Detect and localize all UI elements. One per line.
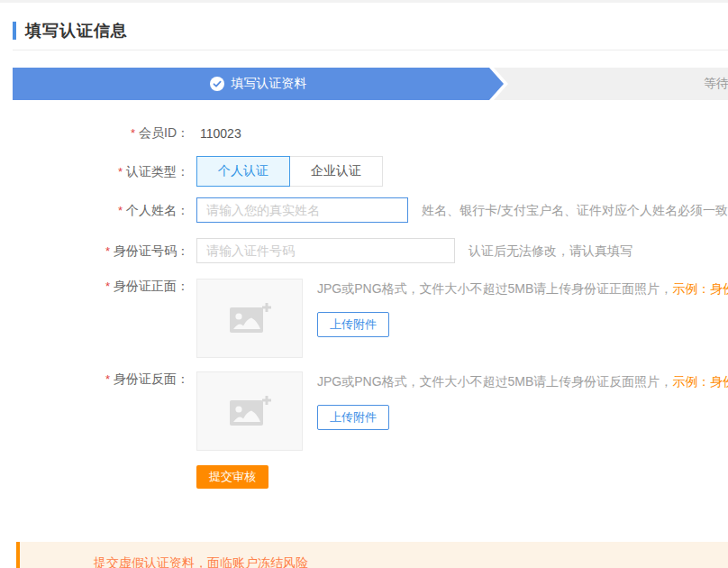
personal-name-input[interactable] (196, 197, 408, 223)
id-number-label: *身份证号码： (13, 238, 189, 264)
auth-type-tabs: 个人认证 企业认证 (196, 156, 383, 187)
form-row-member-id: *会员ID： 110023 (13, 124, 728, 142)
id-front-upload-box[interactable] (196, 279, 303, 358)
member-id-value: 110023 (200, 126, 241, 141)
submit-review-button[interactable]: 提交审核 (196, 465, 268, 489)
image-placeholder-icon (228, 392, 271, 431)
warning-text: 提交虚假认证资料，面临账户冻结风险 (94, 555, 308, 568)
required-mark: * (118, 165, 123, 179)
image-placeholder-icon (228, 299, 271, 338)
form-row-id-back: *身份证反面： JPG或PNG格式，文件大小不超过5MB请上传身份证反面照片，示… (13, 371, 728, 451)
member-id-label: *会员ID： (13, 125, 189, 142)
required-mark: * (105, 244, 110, 258)
header-divider (13, 50, 728, 50)
id-back-upload-box[interactable] (196, 371, 303, 451)
tab-personal-auth[interactable]: 个人认证 (196, 156, 290, 187)
verification-page: 填写认证信息 填写认证资料 等待审核 *会员ID： 110023 (0, 0, 728, 568)
id-front-upload-button[interactable]: 上传附件 (317, 312, 389, 337)
auth-type-label: *认证类型： (13, 156, 189, 188)
warning-banner: 提交虚假认证资料，面临账户冻结风险 (16, 542, 728, 568)
required-mark: * (131, 126, 135, 140)
id-back-upload-button[interactable]: 上传附件 (317, 405, 389, 430)
page-header: 填写认证信息 (13, 20, 728, 41)
tab-enterprise-auth[interactable]: 企业认证 (289, 156, 383, 187)
id-number-input[interactable] (196, 238, 455, 263)
id-front-upload-area: JPG或PNG格式，文件大小不超过5MB请上传身份证正面照片，示例：身份证正面.… (317, 279, 728, 337)
step-next-label: 等待审核 (704, 76, 728, 92)
step-current-label: 填写认证资料 (232, 76, 307, 92)
title-accent-bar (13, 22, 16, 40)
id-back-example-link[interactable]: 示例：身份证反面.png (672, 374, 728, 389)
id-front-label: *身份证正面： (13, 279, 189, 295)
id-front-hint: JPG或PNG格式，文件大小不超过5MB请上传身份证正面照片，示例：身份证正面.… (317, 281, 728, 298)
verification-form: *会员ID： 110023 *认证类型： 个人认证 企业认证 *个人姓名： 姓名… (13, 124, 728, 489)
form-row-id-front: *身份证正面： JPG或PNG格式，文件大小不超过5MB请上传身份证正面照片，示… (13, 279, 728, 358)
form-row-auth-type: *认证类型： 个人认证 企业认证 (13, 156, 728, 187)
id-front-example-link[interactable]: 示例：身份证正面.png (672, 281, 728, 296)
required-mark: * (105, 279, 110, 293)
step-current: 填写认证资料 (13, 68, 504, 100)
steps-bar: 填写认证资料 等待审核 (13, 68, 728, 100)
step-next (494, 68, 728, 100)
id-back-upload-area: JPG或PNG格式，文件大小不超过5MB请上传身份证反面照片，示例：身份证反面.… (317, 371, 728, 430)
required-mark: * (105, 372, 110, 386)
id-back-label: *身份证反面： (13, 371, 189, 388)
personal-name-hint: 姓名、银行卡/支付宝户名、证件对应个人姓名必须一致 (422, 197, 728, 223)
form-row-id-number: *身份证号码： 认证后无法修改，请认真填写 (13, 238, 728, 263)
personal-name-label: *个人姓名： (13, 197, 189, 224)
form-row-submit: 提交审核 (13, 465, 728, 489)
check-circle-icon (210, 77, 224, 91)
form-row-personal-name: *个人姓名： 姓名、银行卡/支付宝户名、证件对应个人姓名必须一致 (13, 197, 728, 223)
id-number-hint: 认证后无法修改，请认真填写 (469, 238, 632, 263)
page-title: 填写认证信息 (25, 20, 128, 41)
required-mark: * (118, 204, 123, 217)
id-back-hint: JPG或PNG格式，文件大小不超过5MB请上传身份证反面照片，示例：身份证反面.… (317, 374, 728, 390)
